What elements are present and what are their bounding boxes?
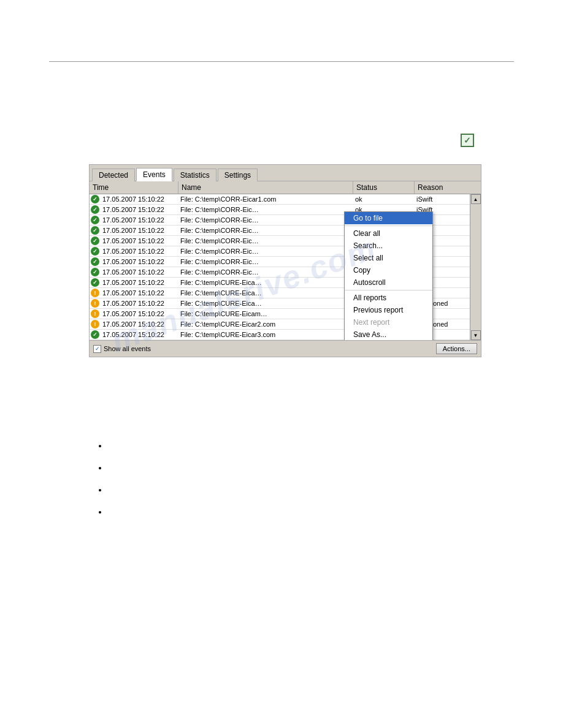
row-name: File: C:\temp\CURE-Eica… (178, 288, 353, 298)
row-name: File: C:\temp\CORR-Eic… (178, 257, 353, 267)
row-time: 17.05.2007 15:10:22 (101, 246, 178, 256)
checkmark-icon: ✓ (461, 134, 474, 147)
menu-item-previous-report[interactable]: Previous report (345, 304, 432, 316)
scrollbar: ▲ ▼ (470, 194, 481, 340)
row-name: File: C:\temp\CURE-Eicam… (178, 309, 353, 319)
row-name: File: C:\temp\CORR-Eic… (178, 215, 353, 225)
row-time: 17.05.2007 15:10:22 (101, 194, 178, 204)
row-name: File: C:\temp\CURE-Eicar2.com (178, 319, 353, 329)
row-time: 17.05.2007 15:10:22 (101, 267, 178, 277)
row-time: 17.05.2007 15:10:22 (101, 288, 178, 298)
ok-icon: ✓ (90, 215, 101, 225)
ok-icon: ✓ (90, 236, 101, 246)
row-name: File: C:\temp\CURE-Eica… (178, 278, 353, 287)
ok-icon: ✓ (90, 205, 101, 214)
tab-statistics[interactable]: Statistics (174, 169, 216, 181)
warn-icon: ! (90, 309, 101, 319)
row-time: 17.05.2007 15:10:22 (101, 236, 178, 246)
row-time: 17.05.2007 15:10:22 (101, 278, 178, 287)
row-time: 17.05.2007 15:10:22 (101, 309, 178, 319)
header-status: Status (353, 181, 415, 194)
menu-item-all-reports[interactable]: All reports (345, 292, 432, 304)
row-name: File: C:\temp\CORR-Eic… (178, 226, 353, 235)
ok-icon: ✓ (90, 330, 101, 339)
menu-item-clear-all[interactable]: Clear all (345, 227, 432, 240)
header-reason: Reason (415, 181, 470, 194)
row-time: 17.05.2007 15:10:22 (101, 257, 178, 267)
tab-settings[interactable]: Settings (218, 169, 258, 181)
menu-item-copy[interactable]: Copy (345, 264, 432, 276)
table-header: Time Name Status Reason (90, 181, 481, 194)
row-time: 17.05.2007 15:10:22 (101, 226, 178, 235)
main-panel: Detected Events Statistics Settings Time… (89, 164, 481, 357)
header-time: Time (90, 181, 178, 194)
row-time: 17.05.2007 15:10:22 (101, 330, 178, 339)
warn-icon: ! (90, 319, 101, 329)
row-name: File: C:\temp\CORR-Eic… (178, 267, 353, 277)
row-time: 17.05.2007 15:10:22 (101, 298, 178, 308)
ok-icon: ✓ (90, 246, 101, 256)
warn-icon: ! (90, 288, 101, 298)
row-name: File: C:\temp\CURE-Eicar3.com (178, 330, 353, 339)
row-name: File: C:\temp\CORR-Eic… (178, 236, 353, 246)
row-status: ok (353, 194, 415, 204)
show-all-checkbox[interactable]: ✓ (93, 345, 101, 353)
events-table: Time Name Status Reason ✓17.05.2007 15:1… (90, 181, 481, 340)
row-name: File: C:\temp\CORR-Eicar1.com (178, 194, 353, 204)
menu-item-select-all[interactable]: Select all (345, 252, 432, 264)
show-all-label: ✓ Show all events (93, 345, 151, 353)
row-name: File: C:\temp\CURE-Eica… (178, 298, 353, 308)
header-scroll (470, 181, 481, 194)
tabs-bar: Detected Events Statistics Settings (90, 165, 481, 181)
top-divider (49, 61, 514, 62)
actions-button[interactable]: Actions... (436, 343, 477, 354)
context-menu: Go to fileClear allSearch...Select allCo… (344, 211, 433, 340)
row-time: 17.05.2007 15:10:22 (101, 319, 178, 329)
menu-item-autoscroll[interactable]: Autoscroll (345, 276, 432, 289)
menu-item-next-report: Next report (345, 316, 432, 328)
ok-icon: ✓ (90, 278, 101, 287)
show-all-text: Show all events (104, 345, 151, 352)
menu-item-save-as---[interactable]: Save As... (345, 328, 432, 340)
bullet-list (95, 441, 107, 529)
ok-icon: ✓ (90, 226, 101, 235)
tab-detected[interactable]: Detected (92, 169, 135, 181)
row-reason: iSwift (415, 194, 470, 204)
tab-events[interactable]: Events (136, 168, 172, 181)
menu-item-go-to-file[interactable]: Go to file (345, 212, 432, 224)
warn-icon: ! (90, 298, 101, 308)
menu-separator (345, 290, 432, 290)
footer-bar: ✓ Show all events Actions... (90, 340, 481, 357)
row-name: File: C:\temp\CORR-Eic… (178, 246, 353, 256)
row-time: 17.05.2007 15:10:22 (101, 215, 178, 225)
ok-icon: ✓ (90, 194, 101, 204)
scroll-up-button[interactable]: ▲ (471, 194, 481, 204)
row-name: File: C:\temp\CORR-Eic… (178, 205, 353, 214)
row-time: 17.05.2007 15:10:22 (101, 205, 178, 214)
table-row[interactable]: ✓17.05.2007 15:10:22File: C:\temp\CORR-E… (90, 194, 470, 205)
menu-item-search---[interactable]: Search... (345, 240, 432, 252)
menu-separator (345, 226, 432, 226)
ok-icon: ✓ (90, 257, 101, 267)
header-name: Name (178, 181, 353, 194)
page-container: ✓ Detected Events Statistics Settings Ti… (0, 0, 563, 728)
scroll-down-button[interactable]: ▼ (471, 330, 481, 340)
ok-icon: ✓ (90, 267, 101, 277)
